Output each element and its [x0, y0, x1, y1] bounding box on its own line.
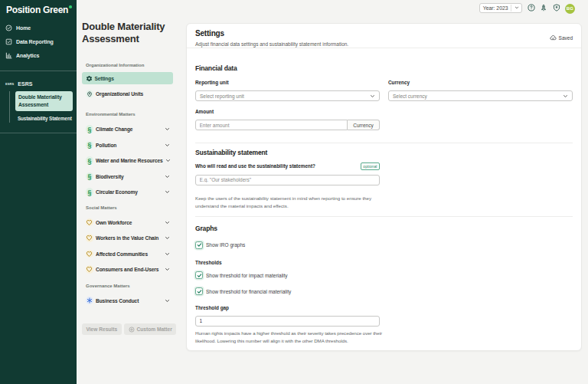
year-select[interactable]: Year: 2023 — [479, 3, 522, 13]
sidebar-item-pollution[interactable]: § Pollution — [82, 139, 173, 152]
sustainability-statement-section: Sustainability statement Who will read a… — [187, 143, 581, 217]
custom-matter-button[interactable]: Custom Matter — [124, 323, 176, 336]
item-label: Own Workforce — [96, 220, 132, 225]
sidebar-item-water-and-marine-resources[interactable]: § Water and Marine Resources — [82, 154, 173, 167]
impact-threshold-checkbox[interactable] — [195, 271, 203, 279]
checkbox-label: Show IRO graphs — [206, 242, 245, 248]
sustainability-statement-heading: Sustainability statement — [195, 149, 573, 156]
icon-circle — [86, 90, 94, 98]
nav-item-analytics[interactable]: Analytics — [0, 49, 77, 63]
shield-icon[interactable] — [553, 4, 560, 11]
iro-graphs-checkbox-row: Show IRO graphs — [195, 241, 573, 249]
social-matters-list: Own Workforce Workers in the Value Chain… — [77, 216, 186, 279]
settings-panel: Settings Adjust financial data settings … — [186, 23, 582, 351]
group-label-environmental-matters: Environmental Matters — [86, 112, 186, 117]
esrs-label: ESRS — [18, 81, 32, 87]
rocket-icon[interactable] — [540, 4, 547, 11]
item-label: Pollution — [96, 143, 116, 148]
sidebar-item-circular-economy[interactable]: § Circular Economy — [82, 185, 173, 199]
position-green-logo[interactable]: Position Green — [0, 0, 77, 15]
amount-label: Amount — [195, 109, 380, 114]
sidebar-divider — [0, 133, 77, 133]
select-placeholder: Select currency — [393, 94, 427, 99]
reporting-unit-select[interactable]: Select reporting unit — [195, 90, 380, 101]
view-results-button[interactable]: View Results — [82, 323, 122, 336]
statement-label-row: Who will read and use the sustainability… — [195, 162, 380, 170]
home-icon — [5, 25, 12, 31]
group-label-social-matters: Social Matters — [86, 205, 186, 210]
esrs-e-icon: § — [86, 141, 94, 149]
chevron-down-icon[interactable] — [165, 267, 170, 272]
nav-item-home[interactable]: Home — [0, 21, 77, 34]
currency-select[interactable]: Select currency — [388, 90, 573, 101]
chevron-down-icon — [563, 94, 568, 99]
threshold-gap-input[interactable] — [195, 316, 380, 327]
chevron-down-icon — [370, 94, 375, 99]
financial-threshold-checkbox[interactable] — [195, 287, 203, 295]
amount-input-group: Currency — [195, 120, 380, 130]
sidebar-item-consumers-and-end-users[interactable]: Consumers and End-Users — [82, 263, 173, 276]
logo-dot-icon — [69, 5, 72, 8]
chevron-down-icon[interactable] — [165, 174, 170, 179]
sidebar-item-sustainability-statement[interactable]: Sustainability Statement — [15, 111, 77, 123]
esrs-e-icon: § — [86, 156, 94, 165]
statement-helper-text: Keep the users of the sustainability sta… — [195, 195, 380, 210]
settings-title: Settings — [195, 29, 348, 38]
thresholds-label: Thresholds — [195, 260, 573, 265]
chevron-down-icon[interactable] — [165, 220, 170, 225]
item-label: Affected Communities — [96, 251, 148, 257]
statement-question-label: Who will read and use the sustainability… — [195, 163, 315, 169]
heart-icon — [86, 250, 94, 258]
sidebar-item-affected-communities[interactable]: Affected Communities — [82, 248, 173, 261]
analytics-icon — [5, 52, 12, 59]
year-select-value: Year: 2023 — [483, 5, 508, 11]
optional-badge: optional — [361, 162, 380, 170]
financial-data-section: Financial data Reporting unit Select rep… — [187, 48, 581, 143]
org-info-list: Settings Organizational Units — [77, 72, 186, 103]
plus-circle-icon — [129, 327, 135, 333]
financial-data-heading: Financial data — [195, 64, 573, 72]
help-icon[interactable] — [528, 4, 535, 11]
amount-input[interactable] — [195, 120, 348, 130]
chevron-down-icon[interactable] — [165, 235, 170, 241]
sidebar-item-double-materiality-assessment[interactable]: Double Materiality Assessment — [15, 91, 73, 111]
heart-icon — [86, 234, 94, 242]
esrs-section-header[interactable]: ESRS ESRS — [0, 71, 77, 87]
esrs-e-icon: § — [86, 172, 94, 181]
currency-label: Currency — [388, 80, 573, 85]
statement-field-wrapper: Who will read and use the sustainability… — [195, 162, 380, 210]
settings-subtitle: Adjust financial data settings and susta… — [195, 41, 348, 47]
financial-threshold-checkbox-row: Show threshold for financial materiality — [195, 287, 573, 295]
chevron-down-icon[interactable] — [165, 126, 170, 132]
threshold-gap-label: Threshold gap — [195, 305, 380, 310]
sidebar-item-own-workforce[interactable]: Own Workforce — [82, 216, 173, 229]
select-placeholder: Select reporting unit — [200, 94, 244, 99]
chevron-down-icon[interactable] — [165, 158, 171, 163]
group-label-governance-matters: Governance Matters — [86, 284, 186, 288]
chevron-down-icon[interactable] — [165, 298, 170, 304]
sidebar-item-settings[interactable]: Settings — [82, 72, 173, 85]
item-label: Climate Change — [96, 126, 132, 132]
location-pin-icon — [87, 91, 93, 97]
statement-audience-input[interactable] — [195, 175, 380, 185]
secondary-sidebar: Double Materiality Assessment Organizati… — [77, 0, 186, 384]
logo-text: Position Green — [6, 5, 68, 15]
sidebar-item-workers-in-the-value-chain[interactable]: Workers in the Value Chain — [82, 231, 173, 245]
item-label: Consumers and End-Users — [96, 267, 158, 272]
sidebar-item-organizational-units[interactable]: Organizational Units — [82, 87, 173, 100]
iro-graphs-checkbox[interactable] — [195, 241, 203, 249]
amount-field-wrapper: Amount Currency — [195, 109, 380, 130]
chevron-down-icon[interactable] — [165, 251, 170, 257]
main-area: Year: 2023 BG Settings Adjust financial … — [186, 0, 588, 384]
sidebar-item-business-conduct[interactable]: Business Conduct — [82, 294, 173, 307]
chevron-down-icon[interactable] — [165, 189, 170, 195]
reporting-unit-label: Reporting unit — [195, 80, 380, 85]
sidebar-item-biodiversity[interactable]: § Biodiversity — [82, 170, 173, 183]
check-icon — [197, 289, 202, 294]
chevron-down-icon[interactable] — [165, 143, 170, 148]
avatar[interactable]: BG — [565, 4, 575, 14]
nav-item-data-reporting[interactable]: Data Reporting — [0, 34, 77, 48]
sidebar-item-climate-change[interactable]: § Climate Change — [82, 123, 173, 136]
esrs-icon: ESRS — [5, 82, 14, 86]
check-icon — [197, 273, 202, 278]
